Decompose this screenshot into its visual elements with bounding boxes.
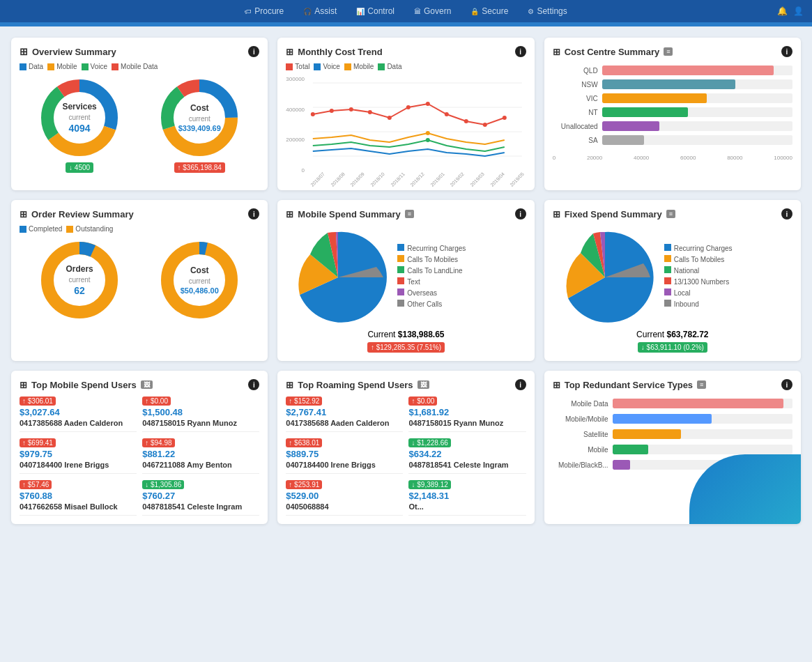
svg-point-15 — [330, 109, 334, 113]
fixed-spend-grid-icon: ⊞ — [553, 209, 560, 220]
svg-point-18 — [388, 116, 392, 120]
dashboard-grid: ⊞ Overview Summary i Data Mobile Voice M… — [0, 26, 812, 535]
monthly-chart-area: 300000 400000 200000 0 — [286, 76, 526, 182]
order-donuts: Orders current 62 Cost current — [20, 238, 259, 322]
grid-icon: ⊞ — [20, 46, 28, 57]
services-donut: Services current 4094 — [38, 76, 121, 160]
overview-summary-card: ⊞ Overview Summary i Data Mobile Voice M… — [11, 38, 268, 190]
mobile-spend-info-button[interactable]: i — [515, 208, 526, 220]
top-mobile-table-button[interactable]: 🖼 — [141, 380, 153, 389]
monthly-title: ⊞ Monthly Cost Trend i — [286, 46, 526, 57]
fixed-spend-pie-section: Recurring Charges Calls To Mobiles Natio… — [553, 225, 792, 330]
nav-secure[interactable]: 🔒Secure — [470, 6, 508, 16]
svg-point-14 — [311, 112, 315, 116]
monthly-y-labels: 300000 400000 200000 0 — [286, 76, 306, 174]
fixed-spend-card: ⊞ Fixed Spend Summary ≡ i Recurring — [544, 200, 801, 361]
monthly-x-labels: 2018/07 2018/08 2018/09 2018/10 2018/11 … — [309, 177, 526, 182]
top-mobile-spend-card: ⊞ Top Mobile Spend Users 🖼 i ↑ $306.01 $… — [11, 371, 268, 524]
top-mobile-title: ⊞ Top Mobile Spend Users 🖼 i — [20, 379, 259, 390]
nav-govern[interactable]: 🏛Govern — [414, 6, 451, 16]
overview-title: ⊞ Overview Summary i — [20, 46, 259, 57]
top-roaming-user-2: ↑ $0.00 $1,681.92 0487158015 Ryann Munoz — [408, 396, 526, 432]
cost-centre-card: ⊞ Cost Centre Summary ≡ i QLD NSW VIC NT… — [544, 38, 801, 190]
top-navigation: 🏷Procure 🎧Assist 📊Control 🏛Govern 🔒Secur… — [0, 0, 812, 22]
monthly-line-chart — [309, 76, 526, 174]
cost-centre-info-button[interactable]: i — [781, 46, 792, 57]
mobile-spend-title: ⊞ Mobile Spend Summary ≡ i — [286, 208, 526, 220]
top-mobile-user-1: ↑ $306.01 $3,027.64 0417385688 Aaden Cal… — [20, 396, 137, 432]
top-roaming-grid-icon: ⊞ — [286, 380, 293, 390]
order-legend: Completed Outstanding — [20, 225, 259, 233]
order-grid-icon: ⊞ — [20, 209, 27, 220]
cost-centre-x-labels: 0 20000 40000 60000 80000 100000 — [553, 155, 792, 161]
fixed-spend-badge: ↓ $63,911.10 (0.2%) — [638, 342, 707, 353]
nav-assist[interactable]: 🎧Assist — [303, 6, 337, 16]
order-cost-donut: Cost current $50,486.00 — [158, 238, 241, 322]
cost-centre-table-button[interactable]: ≡ — [664, 47, 673, 56]
svg-point-26 — [426, 138, 430, 142]
fixed-spend-table-button[interactable]: ≡ — [666, 210, 675, 218]
top-redundant-info-button[interactable]: i — [781, 379, 792, 390]
top-mobile-user-6: ↓ $1,305.86 $760.27 0487818541 Celeste I… — [142, 479, 259, 516]
overview-donuts: Services current 4094 ↓ 4500 — [20, 76, 259, 173]
top-roaming-user-3: ↑ $638.01 $889.75 0407184400 Irene Brigg… — [286, 438, 403, 474]
top-mobile-grid-icon: ⊞ — [20, 380, 27, 390]
top-roaming-info-button[interactable]: i — [515, 379, 526, 390]
nav-settings[interactable]: ⚙Settings — [528, 6, 567, 16]
mobile-spend-card: ⊞ Mobile Spend Summary ≡ i Recurrin — [277, 200, 534, 361]
order-info-button[interactable]: i — [248, 208, 259, 220]
overview-info-button[interactable]: i — [248, 46, 259, 57]
fixed-spend-title: ⊞ Fixed Spend Summary ≡ i — [553, 208, 792, 220]
top-redundant-title: ⊞ Top Redundant Service Types ≡ i — [553, 379, 792, 390]
monthly-info-button[interactable]: i — [515, 46, 526, 57]
fixed-spend-info-button[interactable]: i — [781, 208, 792, 220]
mobile-spend-current: Current $138,988.65 ↑ $129,285.35 (7.51%… — [286, 330, 526, 353]
top-redundant-card: ⊞ Top Redundant Service Types ≡ i Mobile… — [544, 371, 801, 524]
top-roaming-spend-grid: ↑ $152.92 $2,767.41 0417385688 Aaden Cal… — [286, 396, 526, 516]
top-mobile-spend-grid: ↑ $306.01 $3,027.64 0417385688 Aaden Cal… — [20, 396, 259, 516]
mobile-spend-pie-section: Recurring Charges Calls To Mobiles Calls… — [286, 225, 526, 330]
top-redundant-grid-icon: ⊞ — [553, 380, 560, 390]
cost-centre-chart: QLD NSW VIC NT Unallocated SA — [553, 63, 792, 152]
top-roaming-user-5: ↑ $253.91 $529.00 0405068884 — [286, 479, 403, 516]
cost-donut: Cost current $339,409.69 — [158, 76, 241, 160]
top-roaming-title: ⊞ Top Roaming Spend Users 🖼 i — [286, 379, 526, 390]
svg-point-22 — [464, 119, 468, 123]
fixed-spend-current: Current $63,782.72 ↓ $63,911.10 (0.2%) — [553, 330, 792, 353]
nav-procure[interactable]: 🏷Procure — [245, 6, 284, 16]
top-roaming-table-button[interactable]: 🖼 — [418, 380, 429, 389]
monthly-legend: Total Voice Mobile Data — [286, 63, 526, 70]
cost-centre-grid-icon: ⊞ — [553, 47, 560, 57]
top-mobile-info-button[interactable]: i — [248, 379, 259, 390]
notification-icon[interactable]: 🔔 — [777, 6, 788, 16]
cost-badge: ↑ $365,198.84 — [174, 162, 225, 173]
mobile-spend-table-button[interactable]: ≡ — [405, 210, 414, 218]
fixed-spend-legend: Recurring Charges Calls To Mobiles Natio… — [664, 244, 733, 311]
top-redundant-table-button[interactable]: ≡ — [697, 380, 706, 389]
svg-point-24 — [503, 116, 507, 120]
nav-control[interactable]: 📊Control — [356, 6, 394, 16]
svg-point-25 — [426, 131, 430, 135]
order-review-card: ⊞ Order Review Summary i Completed Outst… — [11, 200, 268, 361]
svg-point-19 — [406, 105, 411, 109]
svg-point-23 — [483, 123, 487, 127]
top-roaming-user-4: ↓ $1,228.66 $634.22 0487818541 Celeste I… — [408, 438, 526, 474]
svg-point-21 — [445, 112, 449, 116]
top-roaming-card: ⊞ Top Roaming Spend Users 🖼 i ↑ $152.92 … — [277, 371, 534, 524]
fixed-spend-pie — [553, 225, 657, 330]
cost-centre-title: ⊞ Cost Centre Summary ≡ i — [553, 46, 792, 57]
user-icon[interactable]: 👤 — [793, 6, 804, 16]
top-mobile-user-3: ↑ $699.41 $979.75 0407184400 Irene Brigg… — [20, 438, 137, 474]
top-roaming-user-1: ↑ $152.92 $2,767.41 0417385688 Aaden Cal… — [286, 396, 403, 432]
mobile-spend-legend: Recurring Charges Calls To Mobiles Calls… — [397, 244, 466, 311]
top-mobile-user-5: ↑ $57.46 $760.88 0417662658 Misael Bullo… — [20, 479, 137, 516]
overview-legend: Data Mobile Voice Mobile Data — [20, 63, 259, 70]
svg-point-16 — [349, 107, 353, 111]
mobile-spend-badge: ↑ $129,285.35 (7.51%) — [367, 342, 445, 353]
top-mobile-user-2: ↑ $0.00 $1,500.48 0487158015 Ryann Munoz — [142, 396, 259, 432]
top-roaming-user-6: ↓ $9,389.12 $2,148.31 Ot... — [408, 479, 526, 516]
svg-point-20 — [426, 102, 430, 106]
mobile-spend-pie — [286, 225, 390, 330]
monthly-grid-icon: ⊞ — [286, 47, 293, 57]
monthly-cost-trend-card: ⊞ Monthly Cost Trend i Total Voice Mobil… — [277, 38, 534, 190]
